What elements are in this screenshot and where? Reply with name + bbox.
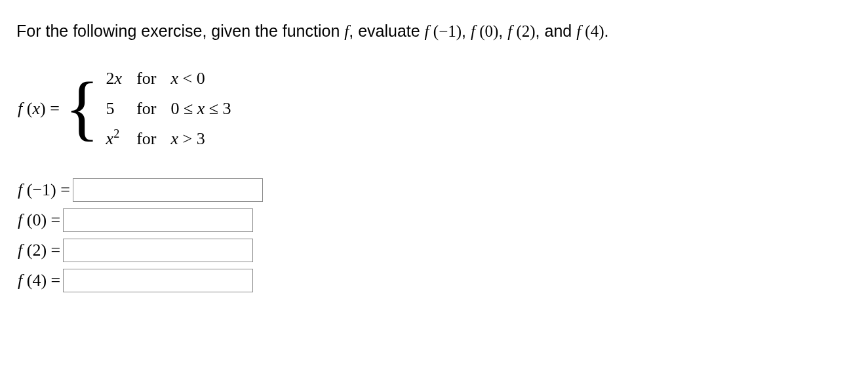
problem-eval-3: f (2) xyxy=(507,22,535,40)
piecewise-for-1: for xyxy=(136,69,156,88)
answer-label-3: f (2) = xyxy=(18,241,60,260)
piecewise-expr-2: 5 xyxy=(106,99,123,119)
piecewise-definition: f (x) = { 2x for x < 0 5 for 0 ≤ x ≤ 3 x… xyxy=(16,69,852,149)
left-brace-icon: { xyxy=(65,79,100,136)
problem-mid: , evaluate xyxy=(349,22,424,40)
problem-suffix: . xyxy=(604,22,609,40)
piecewise-expr-1: 2x xyxy=(106,69,123,88)
answer-row: f (4) = xyxy=(18,269,852,292)
answer-input-f2[interactable] xyxy=(63,239,253,262)
piecewise-lhs: f (x) = xyxy=(18,99,60,119)
problem-eval-4: f (4) xyxy=(576,22,604,40)
answer-input-f4[interactable] xyxy=(63,269,253,292)
answer-block: f (−1) = f (0) = f (2) = f (4) = xyxy=(16,178,852,292)
piecewise-expr-3: x2 xyxy=(106,129,123,149)
answer-label-1: f (−1) = xyxy=(18,180,70,200)
answer-row: f (0) = xyxy=(18,208,852,232)
piecewise-for-2: for xyxy=(136,99,156,119)
problem-statement: For the following exercise, given the fu… xyxy=(16,20,852,43)
piecewise-for-3: for xyxy=(136,129,156,149)
problem-eval-1: f (−1) xyxy=(425,22,462,40)
answer-input-f0[interactable] xyxy=(63,208,253,232)
piecewise-cond-3: x > 3 xyxy=(170,129,231,149)
problem-prefix: For the following exercise, given the fu… xyxy=(16,22,344,40)
answer-label-4: f (4) = xyxy=(18,271,60,290)
answer-label-2: f (0) = xyxy=(18,210,60,230)
piecewise-cond-2: 0 ≤ x ≤ 3 xyxy=(170,99,231,119)
problem-eval-2: f (0) xyxy=(471,22,498,40)
piecewise-cond-1: x < 0 xyxy=(170,69,231,88)
answer-row: f (2) = xyxy=(18,239,852,262)
answer-row: f (−1) = xyxy=(18,178,852,202)
answer-input-fneg1[interactable] xyxy=(73,178,263,202)
